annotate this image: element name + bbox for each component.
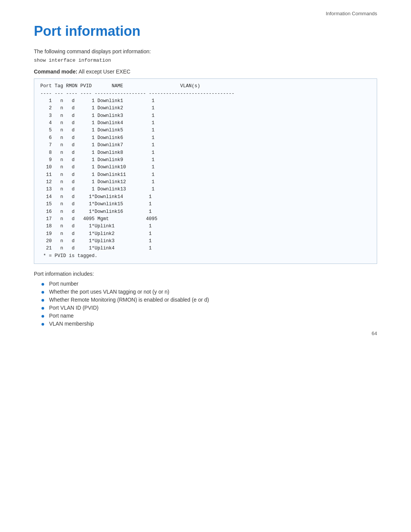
list-item: Port name [41,313,377,319]
port-info-table: Port Tag RMON PVID NAME VLAN(s) ---- ---… [34,78,377,264]
table-content: Port Tag RMON PVID NAME VLAN(s) ---- ---… [40,83,371,260]
list-item: Port VLAN ID (PVID) [41,305,377,311]
page-container: Information Commands Port information Th… [0,0,411,351]
page-number: 64 [372,331,377,336]
command-mode: Command mode: All except User EXEC [34,69,377,75]
page-title: Port information [34,23,377,39]
command-mode-label: Command mode: [34,69,77,75]
command-code: show interface information [34,58,377,63]
list-item: VLAN membership [41,321,377,327]
intro-text: The following command displays port info… [34,48,377,54]
section-header: Information Commands [326,11,377,16]
bullet-list: Port numberWhether the port uses VLAN ta… [34,281,377,327]
list-item: Whether Remote Monitoring (RMON) is enab… [41,297,377,303]
section-title-label: Information Commands [326,11,377,16]
command-mode-value: All except User EXEC [78,69,130,75]
list-item: Port number [41,281,377,287]
list-item: Whether the port uses VLAN tagging or no… [41,289,377,295]
info-includes-label: Port information includes: [34,271,377,277]
